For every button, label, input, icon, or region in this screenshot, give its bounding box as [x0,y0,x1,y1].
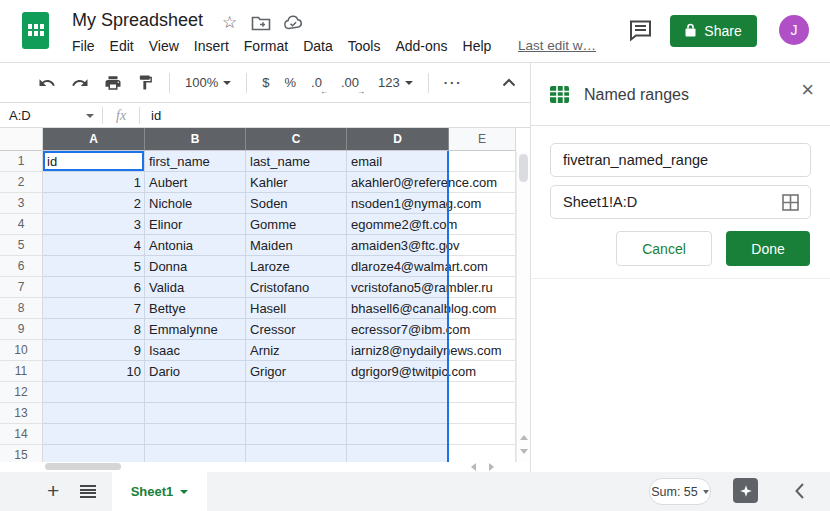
move-to-folder-icon[interactable] [251,15,271,35]
cell-B9[interactable]: Emmalynne [145,319,246,340]
cell-B2[interactable]: Aubert [145,172,246,193]
cell-B15[interactable] [145,445,246,462]
cell-A12[interactable] [43,382,145,403]
vertical-scrollbar[interactable] [516,151,530,462]
menu-item-insert[interactable]: Insert [193,38,230,54]
cell-C2[interactable]: Kahler [246,172,347,193]
cell-C9[interactable]: Cressor [246,319,347,340]
cell-D9[interactable]: ecressor7@ibm.com [347,319,449,340]
decrease-decimal-button[interactable]: .0← [311,75,326,90]
undo-icon[interactable] [38,74,56,92]
cell-D5[interactable]: amaiden3@ftc.gov [347,235,449,256]
cell-A1[interactable]: id [43,151,145,172]
row-header-12[interactable]: 12 [0,382,43,403]
row-header-15[interactable]: 15 [0,445,43,462]
redo-icon[interactable] [71,74,89,92]
cell-E14[interactable] [449,424,516,445]
collapse-panel-icon[interactable] [794,482,805,504]
range-ref-input[interactable] [550,185,811,219]
format-currency-button[interactable]: $ [262,75,269,90]
row-header-5[interactable]: 5 [0,235,43,256]
star-icon[interactable]: ☆ [222,12,237,33]
cell-B5[interactable]: Antonia [145,235,246,256]
cell-D8[interactable]: bhasell6@canalblog.com [347,298,449,319]
menu-item-tools[interactable]: Tools [347,38,382,54]
cell-C3[interactable]: Soden [246,193,347,214]
menu-item-file[interactable]: File [71,38,96,54]
cell-C10[interactable]: Arniz [246,340,347,361]
cell-E4[interactable] [449,214,516,235]
cell-D11[interactable]: dgrigor9@twitpic.com [347,361,449,382]
chevron-down-icon[interactable] [86,114,94,118]
horizontal-scrollbar-thumb[interactable] [45,463,121,470]
row-header-13[interactable]: 13 [0,403,43,424]
cell-B12[interactable] [145,382,246,403]
cell-A10[interactable]: 9 [43,340,145,361]
share-button[interactable]: Share [670,15,757,47]
cell-B10[interactable]: Isaac [145,340,246,361]
horizontal-scrollbar[interactable] [0,462,516,472]
increase-decimal-button[interactable]: .00→ [341,75,363,90]
cell-C14[interactable] [246,424,347,445]
row-header-4[interactable]: 4 [0,214,43,235]
row-header-6[interactable]: 6 [0,256,43,277]
column-header-b[interactable]: B [145,128,246,151]
close-icon[interactable]: × [801,79,814,101]
cell-A8[interactable]: 7 [43,298,145,319]
column-header-e[interactable]: E [449,128,516,151]
scroll-down-icon[interactable] [520,449,528,454]
row-header-8[interactable]: 8 [0,298,43,319]
add-sheet-button[interactable]: + [47,479,59,503]
last-edit-link[interactable]: Last edit w… [518,38,596,53]
more-toolbar-button[interactable]: ··· [444,75,463,90]
cell-B1[interactable]: first_name [145,151,246,172]
cell-C8[interactable]: Hasell [246,298,347,319]
cell-D13[interactable] [347,403,449,424]
cell-A9[interactable]: 8 [43,319,145,340]
cell-E12[interactable] [449,382,516,403]
column-header-c[interactable]: C [246,128,347,151]
row-header-1[interactable]: 1 [0,151,43,172]
cell-D6[interactable]: dlaroze4@walmart.com [347,256,449,277]
cell-E13[interactable] [449,403,516,424]
cloud-saved-icon[interactable] [283,15,304,35]
cell-C6[interactable]: Laroze [246,256,347,277]
row-header-2[interactable]: 2 [0,172,43,193]
cell-E15[interactable] [449,445,516,462]
cell-D2[interactable]: akahler0@reference.com [347,172,449,193]
row-header-9[interactable]: 9 [0,319,43,340]
cell-B11[interactable]: Dario [145,361,246,382]
cell-D4[interactable]: egomme2@ft.com [347,214,449,235]
cell-A5[interactable]: 4 [43,235,145,256]
cell-C7[interactable]: Cristofano [246,277,347,298]
cell-C12[interactable] [246,382,347,403]
row-header-3[interactable]: 3 [0,193,43,214]
format-percent-button[interactable]: % [284,75,296,90]
avatar[interactable]: J [779,15,809,45]
zoom-select[interactable]: 100% [185,75,231,90]
cell-A15[interactable] [43,445,145,462]
cell-D10[interactable]: iarniz8@nydailynews.com [347,340,449,361]
menu-item-add-ons[interactable]: Add-ons [394,38,448,54]
cell-C5[interactable]: Maiden [246,235,347,256]
menu-item-data[interactable]: Data [302,38,334,54]
row-header-7[interactable]: 7 [0,277,43,298]
document-title[interactable]: My Spreadsheet [72,10,203,31]
cell-D12[interactable] [347,382,449,403]
cell-D15[interactable] [347,445,449,462]
cell-C4[interactable]: Gomme [246,214,347,235]
print-icon[interactable] [104,74,122,92]
menu-item-view[interactable]: View [148,38,180,54]
menu-item-edit[interactable]: Edit [109,38,135,54]
cell-C15[interactable] [246,445,347,462]
select-all-corner[interactable] [0,128,43,151]
cell-B7[interactable]: Valida [145,277,246,298]
menu-item-format[interactable]: Format [243,38,289,54]
sheets-logo-icon[interactable] [22,12,49,49]
cell-D1[interactable]: email [347,151,449,172]
row-header-11[interactable]: 11 [0,361,43,382]
cell-C1[interactable]: last_name [246,151,347,172]
column-header-d[interactable]: D [347,128,449,151]
cell-B4[interactable]: Elinor [145,214,246,235]
cell-A13[interactable] [43,403,145,424]
